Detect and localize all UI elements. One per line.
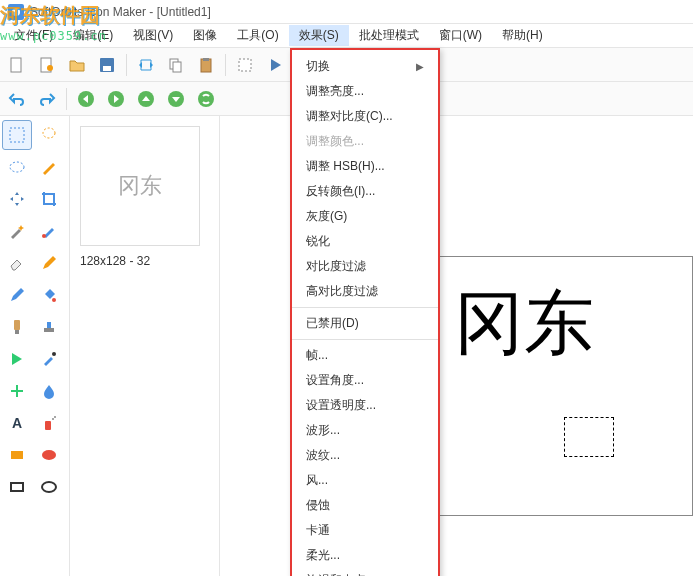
nav-down-button[interactable]	[163, 86, 189, 112]
menu-bar: 文件(F) 编辑(E) 视图(V) 图像 工具(O) 效果(S) 批处理模式 窗…	[0, 24, 693, 48]
menu-item-invert[interactable]: 反转颜色(I)...	[292, 179, 438, 204]
nav-left-button[interactable]	[73, 86, 99, 112]
svg-rect-2	[11, 58, 21, 72]
tool-shapes[interactable]	[2, 344, 32, 374]
menu-edit[interactable]: 编辑(E)	[63, 25, 123, 46]
svg-rect-10	[203, 58, 209, 61]
undo-button[interactable]	[4, 86, 30, 112]
app-icon	[8, 4, 24, 20]
menu-item-hsb[interactable]: 调整 HSB(H)...	[292, 154, 438, 179]
menu-help[interactable]: 帮助(H)	[492, 25, 553, 46]
tool-stamp[interactable]	[34, 312, 64, 342]
svg-point-23	[42, 234, 46, 238]
menu-batch[interactable]: 批处理模式	[349, 25, 429, 46]
nav-up-button[interactable]	[133, 86, 159, 112]
separator	[126, 54, 127, 76]
svg-point-21	[43, 128, 55, 138]
tool-clone[interactable]	[2, 280, 32, 310]
tool-select-wand[interactable]	[34, 152, 64, 182]
menu-item-softglow[interactable]: 柔光...	[292, 543, 438, 568]
selection-marquee[interactable]	[564, 417, 614, 457]
tool-blur[interactable]	[34, 376, 64, 406]
tool-brush[interactable]	[34, 216, 64, 246]
menu-item-angle[interactable]: 设置角度...	[292, 368, 438, 393]
svg-rect-8	[173, 62, 181, 72]
menu-item-wind[interactable]: 风...	[292, 468, 438, 493]
tool-pencil[interactable]	[34, 248, 64, 278]
nav-right-button[interactable]	[103, 86, 129, 112]
menu-item-wave[interactable]: 波形...	[292, 418, 438, 443]
menu-item-whirlpinch[interactable]: 旋涡和夹点...	[292, 568, 438, 576]
tool-eyedropper[interactable]	[34, 344, 64, 374]
open-button[interactable]	[64, 52, 90, 78]
tool-select-rect[interactable]	[2, 120, 32, 150]
svg-point-27	[52, 352, 56, 356]
tool-line[interactable]	[2, 312, 32, 342]
tool-plus[interactable]	[2, 376, 32, 406]
window-title: SoftOrbits Icon Maker - [Untitled1]	[30, 5, 211, 19]
svg-point-4	[47, 65, 53, 71]
svg-point-30	[52, 418, 54, 420]
menu-item-ripple[interactable]: 波纹...	[292, 443, 438, 468]
save-button[interactable]	[94, 52, 120, 78]
svg-rect-34	[11, 483, 23, 491]
tool-ellipse[interactable]	[34, 440, 64, 470]
tool-select-lasso[interactable]	[34, 120, 64, 150]
thumbnail-size-label: 128x128 - 32	[80, 254, 209, 268]
tool-eraser[interactable]	[2, 248, 32, 278]
thumbnail-preview[interactable]: 冈东	[80, 126, 200, 246]
thumbnail-text: 冈东	[118, 171, 162, 201]
toolbox: A	[0, 116, 70, 576]
transform-button[interactable]	[133, 52, 159, 78]
menu-image[interactable]: 图像	[183, 25, 227, 46]
menu-item-erode[interactable]: 侵蚀	[292, 493, 438, 518]
menu-item-contrast-filter[interactable]: 对比度过滤	[292, 254, 438, 279]
menu-item-frame[interactable]: 帧...	[292, 343, 438, 368]
svg-point-33	[42, 450, 56, 460]
redo-button[interactable]	[34, 86, 60, 112]
svg-point-22	[10, 162, 24, 172]
play-button[interactable]	[262, 52, 288, 78]
tool-select-ellipse[interactable]	[2, 152, 32, 182]
new-doc2-button[interactable]	[34, 52, 60, 78]
tool-rect2[interactable]	[2, 472, 32, 502]
svg-point-1	[12, 8, 20, 16]
tool-wand[interactable]	[2, 216, 32, 246]
menu-window[interactable]: 窗口(W)	[429, 25, 492, 46]
svg-point-24	[52, 298, 56, 302]
paste-button[interactable]	[193, 52, 219, 78]
tool-ring[interactable]	[34, 472, 64, 502]
menu-effects[interactable]: 效果(S)	[289, 25, 349, 46]
svg-rect-29	[45, 421, 51, 430]
menu-item-brightness[interactable]: 调整亮度...	[292, 79, 438, 104]
menu-file[interactable]: 文件(F)	[4, 25, 63, 46]
menu-item-disabled[interactable]: 已禁用(D)	[292, 311, 438, 336]
canvas[interactable]: 冈东	[433, 256, 693, 516]
tool-rect[interactable]	[2, 440, 32, 470]
tool-bucket[interactable]	[34, 280, 64, 310]
title-bar: SoftOrbits Icon Maker - [Untitled1]	[0, 0, 693, 24]
tool-crop[interactable]	[34, 184, 64, 214]
menu-item-cartoon[interactable]: 卡通	[292, 518, 438, 543]
effects-dropdown: 切换▶ 调整亮度... 调整对比度(C)... 调整颜色... 调整 HSB(H…	[290, 48, 440, 576]
menu-item-switch[interactable]: 切换▶	[292, 54, 438, 79]
separator	[66, 88, 67, 110]
menu-item-high-contrast-filter[interactable]: 高对比度过滤	[292, 279, 438, 304]
menu-item-contrast[interactable]: 调整对比度(C)...	[292, 104, 438, 129]
menu-tools[interactable]: 工具(O)	[227, 25, 288, 46]
svg-rect-6	[103, 66, 111, 71]
new-doc-button[interactable]	[4, 52, 30, 78]
svg-point-19	[198, 91, 214, 107]
menu-item-grayscale[interactable]: 灰度(G)	[292, 204, 438, 229]
tool-text[interactable]: A	[2, 408, 32, 438]
menu-separator	[292, 339, 438, 340]
tool-move[interactable]	[2, 184, 32, 214]
menu-item-transparency[interactable]: 设置透明度...	[292, 393, 438, 418]
tool-spray[interactable]	[34, 408, 64, 438]
copy-button[interactable]	[163, 52, 189, 78]
cut-button[interactable]	[232, 52, 258, 78]
menu-item-sharpen[interactable]: 锐化	[292, 229, 438, 254]
refresh-button[interactable]	[193, 86, 219, 112]
separator	[225, 54, 226, 76]
menu-view[interactable]: 视图(V)	[123, 25, 183, 46]
